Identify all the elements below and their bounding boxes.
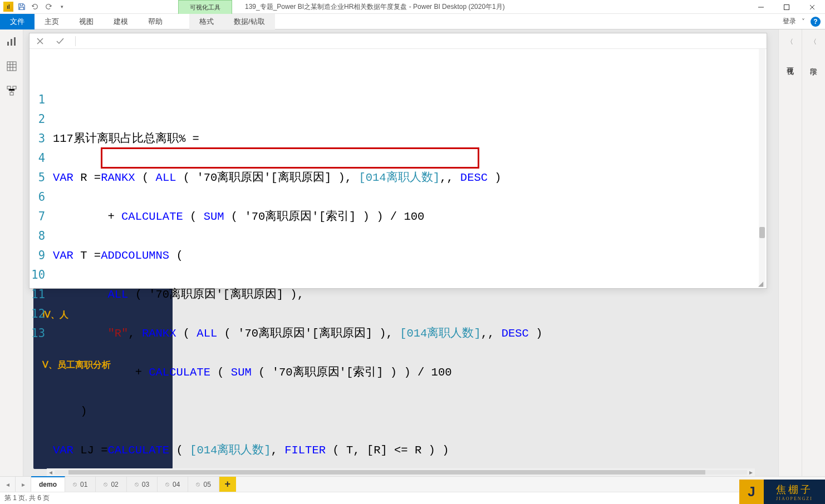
report-canvas[interactable]: J Ⅰ、人 Ⅱ、人 Ⅲ、应 Ⅳ、人 Ⅴ、员工离职分析 1234567891011…	[23, 29, 778, 476]
line-gutter: 12345678910111213	[30, 51, 50, 382]
minimize-button[interactable]	[748, 0, 774, 14]
page-tab-01[interactable]: ⦸01	[65, 477, 96, 492]
brand-logo-icon: J	[739, 480, 764, 504]
tab-view[interactable]: 视图	[69, 14, 104, 29]
add-page-button[interactable]: +	[219, 477, 236, 492]
qat-dropdown-icon[interactable]: ▾	[56, 1, 68, 13]
report-view-icon[interactable]	[5, 35, 18, 48]
data-view-icon[interactable]	[5, 60, 18, 73]
svg-rect-0	[784, 4, 789, 9]
tab-modeling[interactable]: 建模	[104, 14, 138, 29]
svg-rect-2	[11, 39, 12, 46]
right-pane-rail: 〈 可视化	[778, 29, 802, 476]
collapse-visualizations-icon[interactable]: 〈	[787, 37, 794, 45]
tab-help[interactable]: 帮助	[138, 14, 173, 29]
ribbon-collapse-icon[interactable]: ˅	[802, 18, 805, 26]
tab-home[interactable]: 主页	[35, 14, 69, 29]
brand-watermark: J 焦棚子 JIAOPENGZI	[739, 480, 825, 504]
window-controls	[748, 0, 825, 14]
svg-rect-4	[7, 62, 16, 71]
svg-rect-5	[7, 86, 11, 89]
canvas-scrollbar-horizontal[interactable]: ◂▸	[47, 468, 755, 476]
save-icon[interactable]	[16, 1, 28, 13]
editor-resize-handle[interactable]: ◢	[758, 280, 765, 286]
window-title: 139_专题_Power BI之某制造企业HR相关数据年度复盘 - Power …	[245, 2, 505, 12]
right-pane-rail-2: 〈 字段	[802, 29, 825, 476]
page-tab-02[interactable]: ⦸02	[96, 477, 126, 492]
hidden-icon: ⦸	[135, 481, 139, 488]
ribbon-tabs: 文件 主页 视图 建模 帮助 格式 数据/钻取 登录 ˅ ?	[0, 14, 825, 29]
contextual-tool-label: 可视化工具	[178, 0, 232, 14]
tab-format[interactable]: 格式	[189, 14, 224, 29]
model-view-icon[interactable]	[5, 84, 18, 97]
page-nav-prev-icon[interactable]: ◂	[0, 477, 16, 492]
status-bar: 第 1 页, 共 6 页	[0, 492, 825, 504]
tab-data-drill[interactable]: 数据/钻取	[224, 14, 275, 29]
page-tabs-bar: ◂ ▸ demo ⦸01 ⦸02 ⦸03 ⦸04 ⦸05 +	[0, 476, 825, 492]
left-view-rail	[0, 29, 23, 476]
collapse-fields-icon[interactable]: 〈	[810, 37, 818, 45]
page-tab-03[interactable]: ⦸03	[127, 477, 158, 492]
svg-rect-6	[13, 86, 16, 89]
file-tab[interactable]: 文件	[0, 14, 35, 29]
dax-code[interactable]: 12345678910111213 117累计离职占比总离职% = VAR R …	[30, 49, 767, 476]
page-indicator: 第 1 页, 共 6 页	[4, 493, 50, 503]
formula-editor[interactable]: 12345678910111213 117累计离职占比总离职% = VAR R …	[29, 33, 767, 289]
svg-rect-7	[10, 92, 13, 95]
titlebar: ıl ▾ 可视化工具 139_专题_Power BI之某制造企业HR相关数据年度…	[0, 0, 825, 14]
signin-link[interactable]: 登录	[783, 17, 796, 26]
formula-toolbar	[30, 33, 767, 49]
main-area: J Ⅰ、人 Ⅱ、人 Ⅲ、应 Ⅳ、人 Ⅴ、员工离职分析 1234567891011…	[0, 29, 825, 476]
brand-text: 焦棚子 JIAOPENGZI	[764, 480, 825, 504]
maximize-button[interactable]	[774, 0, 799, 14]
svg-rect-1	[7, 42, 9, 46]
hidden-icon: ⦸	[165, 481, 169, 488]
commit-icon[interactable]	[55, 36, 65, 46]
quick-access-toolbar: ıl ▾	[0, 1, 68, 13]
page-tab-04[interactable]: ⦸04	[158, 477, 188, 492]
app-icon: ıl	[2, 1, 14, 13]
svg-rect-3	[14, 37, 16, 46]
hidden-icon: ⦸	[104, 481, 107, 488]
highlight-annotation	[101, 147, 479, 169]
page-nav-next-icon[interactable]: ▸	[16, 477, 31, 492]
cancel-icon[interactable]	[35, 36, 45, 46]
redo-icon[interactable]	[42, 1, 55, 13]
page-tab-05[interactable]: ⦸05	[188, 477, 219, 492]
page-tab-demo[interactable]: demo	[31, 476, 65, 492]
close-button[interactable]	[799, 0, 825, 14]
editor-scrollbar-vertical[interactable]	[759, 49, 765, 287]
hidden-icon: ⦸	[196, 481, 200, 488]
undo-icon[interactable]	[29, 1, 41, 13]
hidden-icon: ⦸	[73, 481, 77, 488]
help-icon[interactable]: ?	[811, 17, 821, 27]
